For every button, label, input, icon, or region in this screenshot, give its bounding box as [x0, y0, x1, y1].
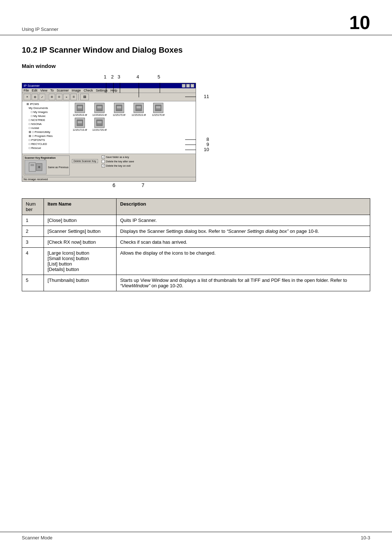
tick-line-1 [106, 83, 106, 93]
toolbar-settings[interactable]: ⚙ [32, 94, 38, 100]
file-label-4: 1215151S.tif [131, 114, 146, 116]
tree-myimages[interactable]: □ My Images [23, 110, 68, 114]
file-icon-1[interactable]: 1215151S.tif [71, 103, 89, 116]
minimize-btn[interactable]: _ [182, 84, 185, 88]
callout-num-8: 8 [207, 137, 209, 142]
file-label-2: 1215161S.tif [92, 114, 106, 116]
file-icon-4[interactable]: 1215151S.tif [130, 103, 148, 116]
file-label-3: 1215170.tif [113, 114, 126, 116]
table-row-5: 5[Thumbnails] buttonStarts up View Windo… [22, 275, 370, 291]
tick-line-2 [113, 83, 114, 93]
tree-rescue[interactable]: □ Rescue [23, 146, 68, 150]
tree-ncstree[interactable]: □ NCSTREE [23, 118, 68, 122]
file-icon-2[interactable]: 1215161S.tif [90, 103, 109, 116]
menu-view[interactable]: View [40, 89, 47, 92]
close-btn[interactable]: × [191, 84, 194, 88]
file-label-1: 1215151S.tif [73, 114, 87, 116]
tree-psfonts[interactable]: □ PSFONTS [23, 138, 68, 142]
tree-recycled[interactable]: □ RECYCLED [23, 142, 68, 146]
cb-save-folder[interactable]: ✓ Save folder as a key [102, 155, 134, 159]
table-row-4: 4[Large Icons] button[Small Icons] butto… [22, 248, 370, 275]
row-num-1: 1 [22, 215, 44, 226]
tree-nvstat[interactable]: □ nvstat [23, 126, 68, 130]
callout-num-4: 4 [136, 74, 139, 80]
cb-save-folder-box[interactable]: ✓ [102, 155, 105, 159]
scanner-bottom: Scanner Key Registration [22, 154, 196, 177]
file-icon-3[interactable]: 1215170.tif [110, 103, 128, 116]
svg-rect-7 [117, 106, 121, 107]
cb-delete-after-save[interactable]: Delete the key after save [102, 160, 134, 163]
toolbar-sep-2 [78, 94, 79, 100]
toolbar-details[interactable]: ☰ [70, 94, 77, 100]
file-img-2 [94, 103, 105, 113]
scanner-title: IP Scanner [24, 84, 40, 88]
delete-key-area: Delete Scanner Key [72, 155, 98, 163]
menu-to[interactable]: To [50, 89, 54, 92]
file-content-area: 1215151S.tif 1215161S.tif [69, 101, 196, 154]
toolbar-list[interactable]: ≡ [63, 94, 70, 100]
cb-delete-on-exit[interactable]: ✓ Delete the key on exit [102, 164, 134, 167]
maximize-btn[interactable]: □ [186, 84, 190, 88]
menu-file[interactable]: File [24, 89, 29, 92]
file-img-4 [134, 103, 144, 113]
callout-num-7: 7 [142, 182, 144, 188]
tree-mymusic[interactable]: □ My Music [23, 114, 68, 118]
tree-programfiles[interactable]: ⊞ □ Program Files [23, 134, 68, 138]
svg-rect-21 [29, 163, 36, 171]
svg-rect-23 [30, 165, 34, 166]
row-item-2: [Scanner Settings] button [44, 226, 117, 237]
toolbar-large-icons[interactable]: ⊞ [49, 94, 55, 100]
line-10 [185, 150, 196, 150]
file-label-6: 1215171S.tif [73, 129, 87, 131]
callout-num-2: 2 [111, 74, 114, 80]
svg-rect-8 [117, 108, 121, 108]
file-img-1 [75, 103, 85, 113]
tree-ipcms[interactable]: ⊞ IPCMS [23, 102, 68, 106]
line-9 [185, 145, 196, 145]
header-bar: Using IP Scanner 10 [0, 0, 392, 35]
menu-check[interactable]: Check [83, 89, 93, 92]
tick-line-4 [139, 83, 139, 97]
toolbar-close[interactable]: ✕ [24, 94, 31, 100]
key-reg-title: Scanner Key Registration [25, 157, 69, 159]
delete-scanner-key-btn[interactable]: Delete Scanner Key [72, 159, 98, 163]
scanner-toolbar: ✕ ⚙ ✓ ⊞ ⊟ ≡ ☰ 🖼 [22, 93, 196, 101]
svg-rect-22 [30, 164, 34, 165]
menu-help[interactable]: Help [111, 89, 118, 92]
cb-delete-after-save-box[interactable] [102, 160, 105, 163]
subsection-title: Main window [22, 63, 370, 69]
tick-line-5 [160, 83, 160, 93]
tree-mydocs[interactable]: My Documents [23, 106, 68, 110]
row-item-4: [Large Icons] button[Small Icons] button… [44, 248, 117, 275]
file-row-2: 1215171S.tif 1215172S.tif [71, 118, 194, 131]
svg-rect-14 [156, 108, 160, 108]
screenshot-area: 1 2 3 4 5 IP Scanner [22, 74, 370, 190]
menu-image[interactable]: Image [72, 89, 81, 92]
callout-num-10: 10 [204, 147, 209, 152]
tree-printerutility[interactable]: ⊞ □ PrinterUtility [23, 130, 68, 134]
svg-rect-20 [97, 122, 102, 123]
line-8 [185, 139, 196, 140]
file-icon-7[interactable]: 1215172S.tif [90, 118, 109, 131]
toolbar-small-icons[interactable]: ⊟ [56, 94, 62, 100]
page-container: Using IP Scanner 10 10.2 IP Scanner Wind… [0, 0, 392, 555]
toolbar-check-rx[interactable]: ✓ [39, 94, 45, 100]
col-header-num-text: Number [26, 201, 36, 212]
row-num-3: 3 [22, 237, 44, 248]
tree-nsona[interactable]: □ NSONA [23, 122, 68, 126]
same-as-previous-btn[interactable]: Same as Previous [48, 166, 69, 169]
callout-num-1: 1 [104, 74, 106, 80]
file-icon-6[interactable]: 1215171S.tif [71, 118, 89, 131]
menu-edit[interactable]: Edit [32, 89, 38, 92]
row-desc-2: Displays the Scanner Settings dialog box… [117, 226, 370, 237]
toolbar-thumbnails[interactable]: 🖼 [80, 94, 89, 100]
file-icon-5[interactable]: 1215170.tif [149, 103, 167, 116]
svg-rect-19 [97, 121, 102, 122]
cb-delete-on-exit-box[interactable]: ✓ [102, 164, 105, 167]
footer-right: 10-3 [361, 535, 370, 540]
folder-tree: ⊞ IPCMS My Documents □ My Images □ My Mu… [22, 101, 69, 154]
cb-save-folder-label: Save folder as a key [106, 156, 129, 158]
file-img-5 [153, 103, 163, 113]
menu-scanner[interactable]: Scanner [57, 89, 69, 92]
row-desc-4: Allows the display of the icons to be ch… [117, 248, 370, 275]
